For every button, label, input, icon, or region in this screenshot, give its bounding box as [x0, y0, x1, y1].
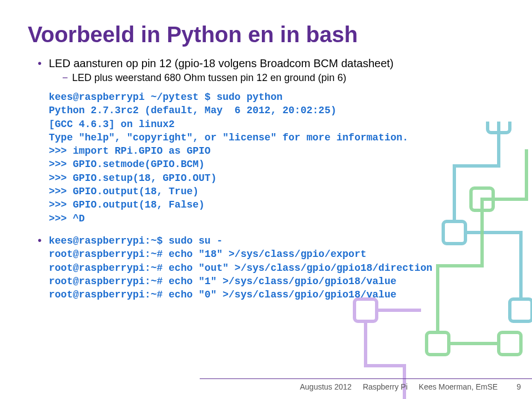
- bullet-bash-block: kees@raspberrypi:~$ sudo su - root@raspb…: [38, 234, 504, 301]
- svg-rect-5: [499, 332, 521, 355]
- slide-title: Voorbeeld in Python en in bash: [28, 22, 504, 47]
- footer-topic: Raspberry Pi: [363, 382, 408, 391]
- footer-date: Augustus 2012: [300, 382, 351, 391]
- bash-code-block: kees@raspberrypi:~$ sudo su - root@raspb…: [49, 234, 504, 301]
- python-code-block: kees@raspberrypi ~/pytest $ sudo python …: [28, 90, 504, 225]
- svg-rect-4: [427, 332, 449, 355]
- slide-footer: Augustus 2012 Raspberry Pi Kees Moerman,…: [300, 382, 521, 391]
- sub-bullet-led-weerstand: LED plus weerstand 680 Ohm tussen pin 12…: [62, 72, 504, 84]
- bullet-text: LED aansturen op pin 12 (gpio-18 volgens…: [49, 57, 393, 69]
- slide-number: 9: [516, 382, 521, 391]
- bullet-led-aansturen: LED aansturen op pin 12 (gpio-18 volgens…: [38, 57, 504, 84]
- footer-author: Kees Moerman, EmSE: [419, 382, 498, 391]
- footer-divider: [200, 378, 532, 379]
